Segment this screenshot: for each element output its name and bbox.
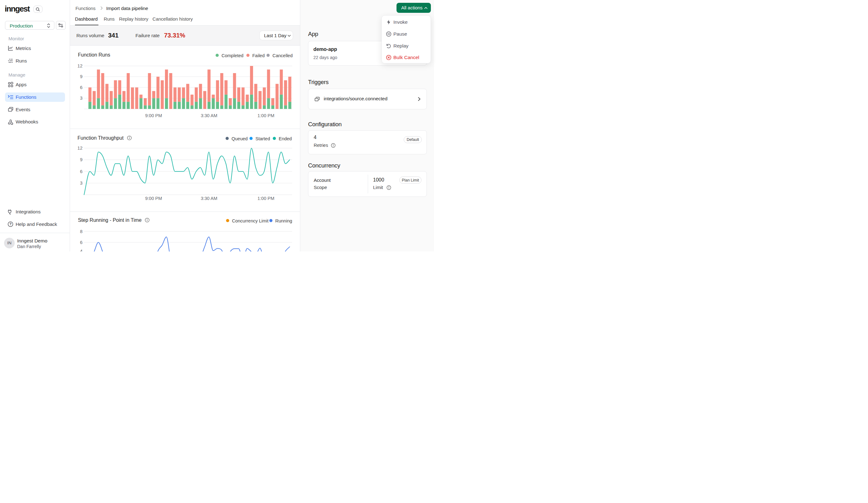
svg-text:?: ? bbox=[9, 222, 12, 226]
svg-text:6: 6 bbox=[80, 169, 82, 174]
svg-text:6: 6 bbox=[80, 240, 82, 245]
svg-text:8: 8 bbox=[80, 229, 82, 234]
svg-text:12: 12 bbox=[78, 146, 82, 151]
svg-text:3:30 AM: 3:30 AM bbox=[200, 196, 217, 201]
svg-text:3: 3 bbox=[80, 181, 82, 186]
svg-text:9: 9 bbox=[80, 74, 82, 79]
svg-text:9: 9 bbox=[80, 157, 82, 162]
svg-text:9:00 PM: 9:00 PM bbox=[145, 113, 162, 118]
svg-text:4: 4 bbox=[80, 249, 82, 252]
svg-text:1:00 PM: 1:00 PM bbox=[257, 196, 274, 201]
svg-text:6: 6 bbox=[80, 85, 82, 90]
svg-text:12: 12 bbox=[78, 63, 82, 69]
svg-text:3:30 AM: 3:30 AM bbox=[200, 113, 217, 118]
svg-text:9:00 PM: 9:00 PM bbox=[145, 196, 162, 201]
svg-text:3: 3 bbox=[80, 95, 82, 101]
svg-text:1:00 PM: 1:00 PM bbox=[257, 113, 274, 118]
